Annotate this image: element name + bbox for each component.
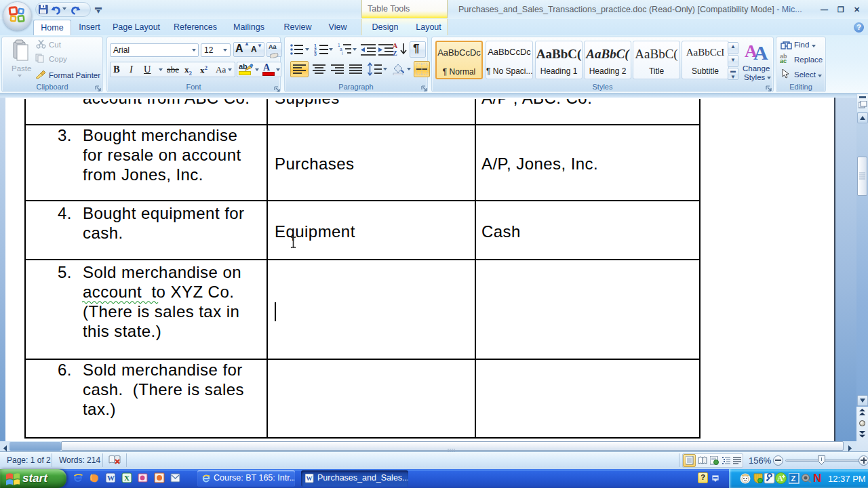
svg-text:3: 3 bbox=[314, 52, 317, 56]
svg-text:X: X bbox=[124, 474, 130, 482]
svg-text:Z: Z bbox=[393, 49, 397, 57]
svg-text:A: A bbox=[393, 42, 398, 49]
svg-text:Z: Z bbox=[791, 474, 796, 483]
svg-text:i: i bbox=[342, 51, 342, 56]
svg-text:A: A bbox=[777, 474, 783, 483]
svg-text:W: W bbox=[307, 475, 313, 482]
svg-text:W: W bbox=[107, 474, 115, 482]
svg-text:A: A bbox=[753, 41, 768, 61]
